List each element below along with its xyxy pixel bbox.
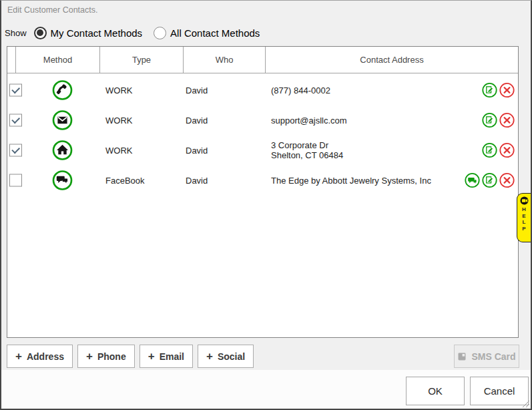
add-button-label: Social [218,351,245,362]
address-line: 3 Corporate Dr [271,140,343,150]
table-header: Method Type Who Contact Address [7,47,518,73]
edit-customer-contacts-dialog: Edit Customer Contacts. Show My Contact … [0,0,532,410]
table-body: WORK David (877) 844-0002 [7,75,518,195]
show-label: Show [5,28,27,38]
social-icon [52,170,73,190]
who-cell: David [186,85,208,95]
delete-icon[interactable] [499,82,515,97]
add-button-label: Address [27,351,64,362]
help-letter: L [523,219,526,226]
header-method[interactable]: Method [16,47,100,73]
row-actions [482,112,515,128]
email-icon [52,110,73,130]
type-cell: FaceBook [105,175,145,185]
address-cell: The Edge by Abbott Jewelry Systems, Inc [271,175,431,185]
address-line: The Edge by Abbott Jewelry Systems, Inc [271,175,431,185]
plus-icon: + [206,351,213,362]
help-letter: P [522,226,525,232]
delete-icon[interactable] [499,112,515,128]
row-checkbox[interactable] [9,174,22,186]
add-address-button[interactable]: + Address [7,345,73,368]
contact-row-address[interactable]: WORK David 3 Corporate Dr Shelton, CT 06… [7,135,518,165]
header-type[interactable]: Type [100,47,184,73]
type-cell: WORK [105,145,132,155]
plus-icon: + [148,351,155,362]
edit-icon[interactable] [482,142,497,158]
home-icon [52,140,73,160]
contact-row-social[interactable]: FaceBook David The Edge by Abbott Jewelr… [7,165,518,195]
row-checkbox[interactable] [9,83,22,96]
address-cell: support@ajsllc.com [271,115,347,125]
row-actions [482,142,515,158]
radio-button[interactable] [154,27,166,39]
radio-my-contact-methods[interactable]: My Contact Methods [34,27,143,39]
radio-label: All Contact Methods [170,27,260,39]
row-checkbox[interactable] [9,144,22,156]
add-phone-button[interactable]: + Phone [77,345,135,368]
sms-card-icon [457,352,467,361]
contact-row-phone[interactable]: WORK David (877) 844-0002 [7,75,518,105]
sms-card-button[interactable]: SMS Card [454,345,519,368]
who-cell: David [186,115,208,125]
ok-button[interactable]: OK [406,377,465,405]
address-line: (877) 844-0002 [271,85,330,95]
row-actions [482,82,515,97]
help-video-icon [520,196,529,205]
show-filter: Show My Contact Methods All Contact Meth… [5,24,271,41]
add-button-label: Email [160,351,184,362]
add-email-button[interactable]: + Email [140,345,193,368]
row-checkbox[interactable] [9,114,22,126]
address-line: Shelton, CT 06484 [271,150,343,160]
dialog-footer: OK Cancel [1,370,531,409]
edit-icon[interactable] [482,82,497,97]
add-contact-buttons: + Address + Phone + Email + Social [7,345,254,368]
delete-icon[interactable] [499,172,515,188]
address-line: support@ajsllc.com [271,115,347,125]
radio-all-contact-methods[interactable]: All Contact Methods [154,27,260,39]
sms-card-label: SMS Card [471,351,515,362]
edit-icon[interactable] [482,172,497,188]
header-who[interactable]: Who [184,47,266,73]
header-contact-address[interactable]: Contact Address [266,47,518,73]
cancel-button[interactable]: Cancel [470,377,529,405]
radio-label: My Contact Methods [51,27,143,39]
add-button-label: Phone [97,351,126,362]
add-social-button[interactable]: + Social [198,345,254,368]
edit-icon[interactable] [482,112,497,128]
help-letter: E [522,213,525,220]
help-letter: H [522,206,526,213]
sms-chat-icon[interactable] [465,172,480,188]
delete-icon[interactable] [499,142,515,158]
address-cell: 3 Corporate Dr Shelton, CT 06484 [271,140,343,160]
phone-icon [52,79,73,100]
address-cell: (877) 844-0002 [271,85,330,95]
plus-icon: + [86,351,93,362]
row-actions [465,172,515,188]
contacts-table: Method Type Who Contact Address WORK Dav… [7,46,519,338]
who-cell: David [186,175,208,185]
radio-button[interactable] [34,27,47,39]
help-tab[interactable]: H E L P [517,193,531,242]
type-cell: WORK [105,115,132,125]
who-cell: David [186,145,208,155]
plus-icon: + [15,351,22,362]
dialog-title[interactable]: Edit Customer Contacts. [1,1,531,19]
type-cell: WORK [105,85,132,95]
contact-row-email[interactable]: WORK David support@ajsllc.com [7,105,518,135]
resize-grip-icon[interactable] [521,399,530,408]
header-checkbox-column [7,47,16,73]
